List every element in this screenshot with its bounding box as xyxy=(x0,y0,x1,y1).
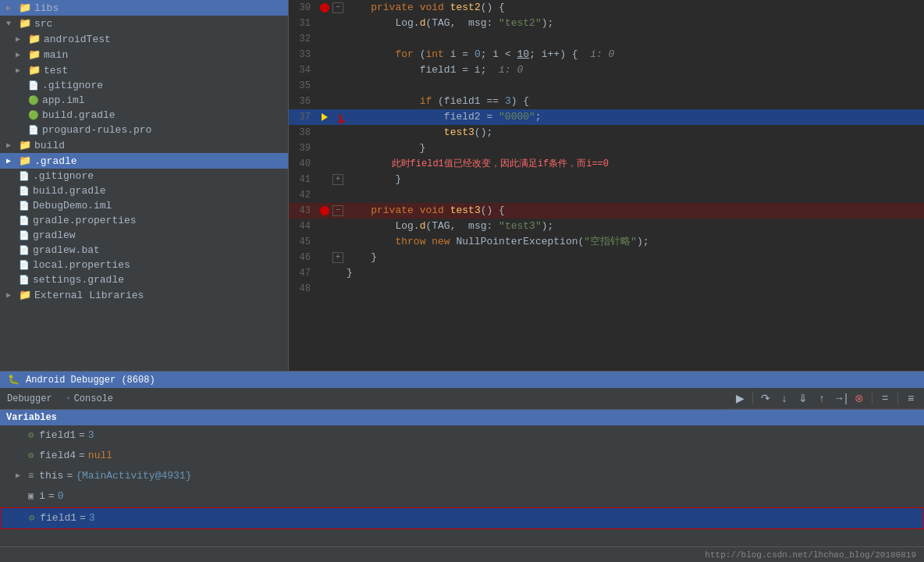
btn-resume[interactable]: ▶ xyxy=(731,389,748,407)
var-field1-first: ⚙ field1 = 3 xyxy=(0,425,924,446)
sidebar-item-androidtest[interactable]: ▶ 📁 androidTest xyxy=(0,31,288,47)
debugger-title-bar: 🐛 Android Debugger (8608) xyxy=(0,372,924,388)
code-line-47: 47 } xyxy=(289,265,924,281)
code-line-48: 48 xyxy=(289,281,924,297)
sidebar-item-gitignore-root[interactable]: 📄 .gitignore xyxy=(0,169,288,183)
code-line-36: 36 if (field1 == 3) { xyxy=(289,94,924,109)
code-line-32: 32 xyxy=(289,31,924,47)
sidebar-item-proguard[interactable]: 📄 proguard-rules.pro xyxy=(0,123,288,137)
debugger-tabs-row: Debugger ▪ Console ▶ ↷ ↓ ⇓ ↑ →| ⊗ = ≡ xyxy=(0,388,924,410)
code-line-40: 40 此时field1值已经改变，因此满足if条件，而i==0 xyxy=(289,156,924,172)
sidebar-item-gradlew-bat[interactable]: 📄 gradlew.bat xyxy=(0,243,288,258)
sidebar-item-local-properties[interactable]: 📄 local.properties xyxy=(0,258,288,272)
var-field4: ⚙ field4 = null xyxy=(0,446,924,466)
btn-frames[interactable]: ≡ xyxy=(902,389,919,407)
fold-43[interactable]: − xyxy=(332,205,343,216)
sidebar-item-settings-gradle[interactable]: 📄 settings.gradle xyxy=(0,272,288,287)
code-line-30: 30 − private void test2() { xyxy=(289,0,924,16)
sidebar-item-build[interactable]: ▶ 📁 build xyxy=(0,137,288,153)
sidebar-item-main[interactable]: ▶ 📁 main xyxy=(0,47,288,62)
tab-debugger[interactable]: Debugger xyxy=(0,391,59,407)
code-line-42: 42 xyxy=(289,187,924,203)
debugger-title: Android Debugger (8608) xyxy=(26,375,155,386)
file-tree[interactable]: ▶ 📁 libs ▼ 📁 src ▶ 📁 androidTest ▶ 📁 mai… xyxy=(0,0,289,371)
status-bar: http://blog.csdn.net/lhchao_blog/2018081… xyxy=(0,546,924,562)
variables-header: Variables xyxy=(0,410,924,425)
code-line-44: 44 Log.d(TAG, msg: "test3"); xyxy=(289,219,924,234)
sidebar-item-gradlew[interactable]: 📄 gradlew xyxy=(0,228,288,243)
sidebar-item-test[interactable]: ▶ 📁 test xyxy=(0,62,288,78)
code-line-45: 45 throw new NullPointerException("空指针略"… xyxy=(289,234,924,250)
fold-46[interactable]: + xyxy=(332,252,343,263)
btn-stop[interactable]: ⊗ xyxy=(851,389,868,407)
btn-force-step[interactable]: ⇓ xyxy=(794,389,812,407)
debugger-panel: 🐛 Android Debugger (8608) Debugger ▪ Con… xyxy=(0,371,924,546)
sidebar-item-libs[interactable]: ▶ 📁 libs xyxy=(0,0,288,16)
code-line-34: 34 field1 = i; i: 0 xyxy=(289,62,924,78)
sidebar-item-external-libraries[interactable]: ▶ 📁 External Libraries xyxy=(0,287,288,303)
sidebar-item-build-gradle-root[interactable]: 📄 build.gradle xyxy=(0,183,288,198)
status-url: http://blog.csdn.net/lhchao_blog/2018081… xyxy=(705,550,916,560)
code-editor: 30 − private void test2() { 31 Log.d(TAG… xyxy=(289,0,924,371)
code-line-37: 37 ↘ field2 = "0000"; xyxy=(289,109,924,125)
code-line-39: 39 } xyxy=(289,140,924,156)
breakpoint-30[interactable] xyxy=(320,3,329,12)
sidebar-item-debugdemo-iml[interactable]: 📄 DebugDemo.iml xyxy=(0,198,288,213)
var-this: ▶ ≡ this = {MainActivity@4931} xyxy=(0,466,924,486)
tab-console[interactable]: ▪ Console xyxy=(59,391,120,407)
fold-41[interactable]: + xyxy=(332,174,343,185)
code-line-46: 46 + } xyxy=(289,250,924,265)
btn-step-into[interactable]: ↓ xyxy=(776,389,793,407)
code-line-33: 33 for (int i = 0; i < 10; i++) { i: 0 xyxy=(289,47,924,62)
breakpoint-43[interactable] xyxy=(320,206,329,215)
code-line-31: 31 Log.d(TAG, msg: "test2"); xyxy=(289,16,924,31)
debugger-toolbar: ▶ ↷ ↓ ⇓ ↑ →| ⊗ = ≡ xyxy=(727,388,924,409)
sidebar-item-gitignore-app[interactable]: 📄 .gitignore xyxy=(0,78,288,93)
btn-evaluate[interactable]: = xyxy=(876,389,894,407)
code-line-35: 35 xyxy=(289,78,924,94)
sidebar-item-gradle-properties[interactable]: 📄 gradle.properties xyxy=(0,213,288,228)
btn-step-out[interactable]: ↑ xyxy=(813,389,830,407)
code-line-38: 38 test3(); xyxy=(289,125,924,140)
sidebar-item-src[interactable]: ▼ 📁 src xyxy=(0,16,288,31)
fold-30[interactable]: − xyxy=(332,2,343,13)
btn-run-cursor[interactable]: →| xyxy=(832,389,849,407)
code-line-41: 41 + } xyxy=(289,172,924,187)
sidebar-item-app-iml[interactable]: 🟢 app.iml xyxy=(0,93,288,108)
variables-section: Variables ⚙ field1 = 3 ⚙ field4 = null ▶… xyxy=(0,410,924,546)
var-field1-highlighted: ⚙ field1 = 3 xyxy=(0,507,924,529)
sidebar-item-build-gradle-app[interactable]: 🟢 build.gradle xyxy=(0,108,288,123)
code-line-43: 43 − private void test3() { xyxy=(289,203,924,219)
var-i: ▣ i = 0 xyxy=(0,486,924,507)
sidebar-item-gradle[interactable]: ▶ 📁 .gradle xyxy=(0,153,288,169)
btn-step-over[interactable]: ↷ xyxy=(757,389,774,407)
debug-pointer xyxy=(322,113,328,121)
